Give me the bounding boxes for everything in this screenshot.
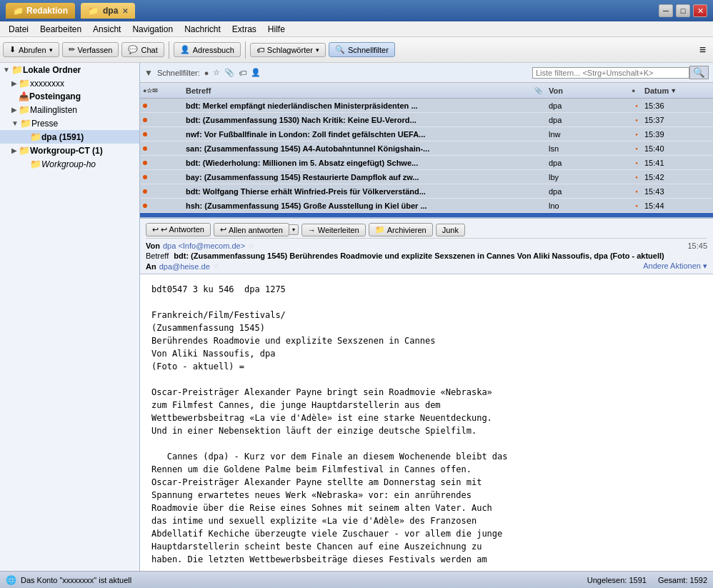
account-status-text: Das Konto "xxxxxxxx" ist aktuell (21, 576, 131, 584)
workgroup-ct-label: Workgroup-CT (1) (30, 146, 103, 156)
junk-button[interactable]: Junk (436, 224, 465, 236)
col-header-from[interactable]: Von (546, 86, 632, 95)
verfassen-button[interactable]: ✏ Verfassen (62, 42, 119, 57)
sidebar-item-posteingang[interactable]: ▶ 📥 Posteingang (0, 90, 139, 103)
menu-ansicht[interactable]: Ansicht (87, 23, 126, 36)
menu-extras[interactable]: Extras (226, 23, 262, 36)
sidebar-item-redaktion[interactable]: ▶ 📁 xxxxxxxx (0, 76, 139, 90)
expand-presse-icon[interactable]: ▼ (11, 119, 19, 127)
account-name: "xxxxxxxx" (59, 576, 96, 584)
lokale-ordner-label: Lokale Ordner (23, 65, 81, 75)
email-row[interactable]: ☆ bay: (Zusammenfassung 1545) Restaurier… (140, 170, 713, 184)
weiterleiten-button[interactable]: → Weiterleiten (301, 224, 366, 236)
schnellfilter-label: Schnellfilter (348, 46, 389, 54)
menu-bearbeiten[interactable]: Bearbeiten (34, 23, 87, 36)
filter-icon-contact[interactable]: 👤 (251, 68, 261, 77)
tab-redaktion[interactable]: 📁 Redaktion (6, 3, 75, 19)
tab-dpa[interactable]: 📁 dpa ✕ (81, 3, 135, 19)
email-row[interactable]: ☆ bdt: Wolfgang Thierse erhält Winfried-… (140, 184, 713, 199)
star-flag-6[interactable]: ☆ (149, 173, 155, 181)
status-dot-icon-6: ● (635, 175, 638, 179)
filter-search-button[interactable]: 🔍 (689, 66, 709, 79)
filter-icon-tag[interactable]: 🏷 (239, 69, 246, 77)
filter-icon-unread[interactable]: ● (204, 69, 209, 77)
status-dot-icon-3: ● (635, 132, 638, 136)
main-content: ▼ 📁 Lokale Ordner ▶ 📁 xxxxxxxx ▶ 📥 Poste… (0, 63, 713, 571)
close-button[interactable]: ✕ (693, 4, 707, 17)
email-row[interactable]: ☆ nwf: Vor Fußballfinale in London: Zoll… (140, 127, 713, 141)
to-star-icon[interactable]: ☆ (213, 262, 219, 270)
email-date-6: 15:42 (642, 173, 699, 181)
folder-icon-workgroup-ct: 📁 (19, 145, 30, 156)
menu-navigation[interactable]: Navigation (126, 23, 179, 36)
minimize-button[interactable]: ─ (659, 4, 673, 17)
adressbuch-button[interactable]: 👤 Adressbuch (174, 42, 241, 57)
antworten-button[interactable]: ↩ ↩ Antworten (146, 223, 211, 236)
col-header-subject[interactable]: Betreff (183, 86, 534, 95)
chat-button[interactable]: 💬 Chat (121, 42, 164, 57)
allen-antworten-dropdown-button[interactable]: ▾ (289, 224, 299, 235)
from-star-icon[interactable]: ☆ (248, 242, 254, 250)
email-subject-text-1: bdt: Merkel empfängt niederländischen Mi… (186, 101, 418, 110)
menu-datei[interactable]: Datei (3, 23, 34, 36)
sidebar-item-mailinglisten[interactable]: ▶ 📁 Mailinglisten (0, 103, 139, 116)
redaktion-label: xxxxxxxx (30, 79, 64, 89)
sidebar: ▼ 📁 Lokale Ordner ▶ 📁 xxxxxxxx ▶ 📥 Poste… (0, 63, 140, 571)
schnellfilter-button[interactable]: 🔍 Schnellfilter (329, 42, 395, 57)
email-row[interactable]: ☆ bdt: Merkel empfängt niederländischen … (140, 99, 713, 113)
expand-lokale-ordner-icon[interactable]: ▼ (3, 66, 10, 74)
schlagwoerter-label: Schlagwörter (267, 46, 313, 54)
close-tab-icon[interactable]: ✕ (122, 7, 128, 15)
sidebar-item-presse[interactable]: ▼ 📁 Presse (0, 116, 139, 130)
star-flag-7[interactable]: ☆ (149, 187, 155, 195)
filter-search-input[interactable] (532, 67, 689, 79)
allen-antworten-group: ↩ Allen antworten ▾ (214, 223, 299, 236)
star-flag-4[interactable]: ☆ (149, 144, 155, 152)
sidebar-item-lokale-ordner[interactable]: ▼ 📁 Lokale Ordner (0, 63, 139, 76)
col-header-date[interactable]: Datum ▼ (642, 86, 699, 95)
email-row[interactable]: ☆ hsh: (Zusammenfassung 1545) Große Auss… (140, 199, 713, 213)
filter-search-container: 🔍 (532, 66, 709, 79)
email-status-dot-7: ● (632, 189, 642, 194)
star-flag-3[interactable]: ☆ (149, 130, 155, 138)
expand-mailinglisten-icon[interactable]: ▶ (11, 106, 17, 114)
star-flag-1[interactable]: ☆ (149, 101, 155, 109)
dpa-label: dpa (1591) (41, 132, 84, 142)
from-address[interactable]: dpa <Info@mecom.de> (163, 241, 245, 250)
star-flag-5[interactable]: ☆ (149, 159, 155, 166)
email-view-header: ↩ ↩ Antworten ↩ Allen antworten ▾ → (140, 219, 713, 274)
email-flags-4: ☆ (140, 144, 183, 152)
allen-antworten-button[interactable]: ↩ Allen antworten (214, 223, 289, 236)
maximize-button[interactable]: □ (676, 4, 690, 17)
other-actions-link[interactable]: Andere Aktionen ▾ (643, 261, 707, 271)
email-row[interactable]: ☆ san: (Zusammenfassung 1545) A4-Autobah… (140, 141, 713, 156)
star-flag-8[interactable]: ☆ (149, 201, 155, 209)
email-flags-2: ☆ (140, 116, 183, 124)
menu-nachricht[interactable]: Nachricht (179, 23, 226, 36)
menu-hilfe[interactable]: Hilfe (262, 23, 291, 36)
filter-icon-attachment[interactable]: 📎 (224, 68, 234, 77)
expand-workgroup-ct-icon[interactable]: ▶ (11, 146, 17, 154)
sidebar-item-workgroup-ho[interactable]: ▶ 📁 Workgroup-ho (0, 157, 139, 171)
archivieren-button[interactable]: 📁 Archivieren (369, 223, 433, 236)
folder-icon-presse: 📁 (20, 118, 31, 129)
hamburger-menu-button[interactable]: ≡ (695, 42, 710, 58)
email-row[interactable]: ☆ bdt: (Wiederholung: Millionen im 5. Ab… (140, 156, 713, 170)
status-left: 🌐 Das Konto "xxxxxxxx" ist aktuell (6, 575, 587, 585)
filter-icon-star[interactable]: ☆ (213, 68, 220, 77)
to-address[interactable]: dpa@heise.de (159, 262, 210, 271)
email-subject-2: bdt: (Zusammenfassung 1530) Nach Kritik:… (183, 116, 534, 124)
sidebar-item-dpa[interactable]: ▶ 📁 dpa (1591) (0, 130, 139, 144)
email-date-8: 15:44 (642, 201, 699, 210)
email-row[interactable]: ☆ bdt: (Zusammenfassung 1530) Nach Kriti… (140, 113, 713, 127)
schlagwoerter-button[interactable]: 🏷 Schlagwörter ▾ (250, 43, 326, 57)
star-flag-2[interactable]: ☆ (149, 116, 155, 124)
email-to-line: An dpa@heise.de ☆ Andere Aktionen ▾ (146, 261, 707, 271)
sidebar-item-workgroup-ct[interactable]: ▶ 📁 Workgroup-CT (1) (0, 144, 139, 157)
abrufen-button[interactable]: ⬇ Abrufen ▾ (3, 42, 59, 57)
tab-dpa-label: dpa (103, 6, 118, 16)
email-to-container: An dpa@heise.de ☆ (146, 262, 219, 271)
tab-redaktion-label: Redaktion (26, 6, 68, 16)
expand-redaktion-icon[interactable]: ▶ (11, 79, 17, 87)
email-row-selected[interactable]: ☆ bdt: (Zusammenfassung 1545) Berührende… (140, 213, 713, 219)
